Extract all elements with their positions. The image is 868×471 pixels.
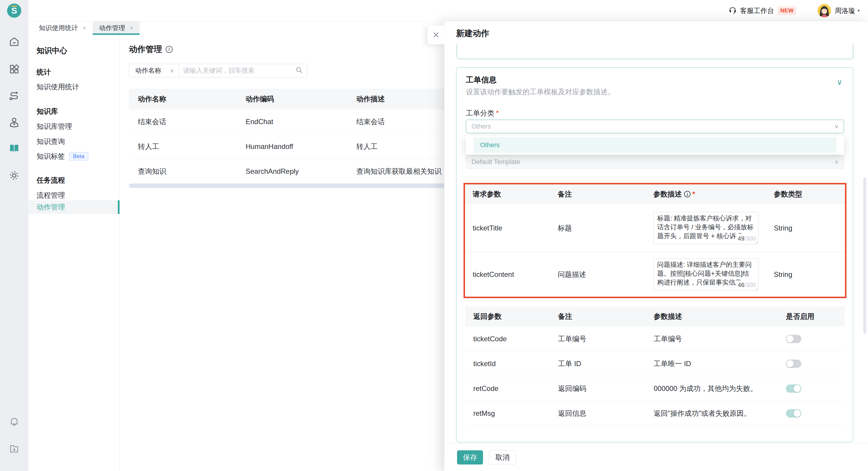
workspace-link[interactable]: 客服工作台 (740, 6, 774, 16)
beta-badge: Beta (69, 152, 88, 160)
header-text: 参数描述 (653, 189, 682, 199)
col-header-action-name: 动作名称 (129, 94, 246, 104)
caret-down-icon[interactable]: ▾ (857, 8, 860, 13)
toggle-knob (794, 410, 801, 417)
tab-close-icon[interactable]: × (83, 25, 86, 32)
sidebar-item-label: 动作管理 (37, 202, 65, 212)
tab-close-icon[interactable]: × (130, 25, 133, 32)
param-desc: 工单编号 (654, 334, 786, 344)
col-header-param-desc: 参数描述i* (653, 189, 774, 199)
enable-toggle[interactable] (786, 360, 801, 368)
new-action-drawer: 新建动作 工单信息 ∨ 设置该动作要触发的工单模板及对应参数描述。 工单分类* … (444, 21, 868, 471)
label-text: 工单分类 (466, 109, 494, 117)
return-param-row: retMsg 返回信息 返回"操作成功"或者失败原因。 (465, 401, 845, 426)
sidebar-item-action-management[interactable]: 动作管理 (28, 200, 120, 214)
return-table-header: 返回参数 备注 参数描述 是否启用 (465, 306, 845, 326)
cell-action-code: HumanHandoff (246, 142, 356, 151)
cell-action-desc: 结束会话 (356, 117, 454, 126)
param-name: ticketContent (465, 270, 558, 278)
col-header-param-type: 参数类型 (774, 189, 845, 199)
chevron-down-icon: ∨ (835, 123, 838, 130)
enable-toggle[interactable] (786, 384, 801, 393)
avatar[interactable] (817, 4, 831, 18)
col-header-action-desc: 动作描述 (356, 94, 454, 104)
tab-action-management[interactable]: 动作管理 × (93, 21, 140, 35)
required-asterisk: * (496, 109, 499, 117)
template-select[interactable]: Default Template ∨ (466, 155, 844, 169)
select-value: Others (471, 123, 491, 130)
col-header-param-desc: 参数描述 (654, 312, 786, 321)
ticket-category-select[interactable]: Others ∨ (466, 120, 844, 133)
agent-icon[interactable] (8, 116, 20, 128)
home-icon[interactable] (8, 36, 20, 48)
cell-action-name: 查询知识 (129, 167, 246, 176)
param-name: ticketTitle (465, 224, 558, 232)
new-badge: NEW (778, 6, 797, 15)
info-icon[interactable]: i (166, 46, 173, 53)
required-asterisk: * (692, 190, 695, 198)
param-desc: 工单唯一 ID (654, 359, 786, 369)
horizontal-scrollbar[interactable] (129, 183, 444, 188)
settings-gear-icon[interactable] (8, 170, 20, 181)
sidebar-item-knowledge-usage-stats[interactable]: 知识使用统计 (37, 82, 79, 92)
apps-icon[interactable] (8, 63, 20, 75)
param-desc-textarea[interactable]: 标题: 精准提炼客户核心诉求，对话含订单号 / 业务编号，必须放标题开头，后跟冒… (653, 212, 758, 244)
info-icon[interactable]: i (684, 191, 690, 197)
sidebar-item-kb-management[interactable]: 知识库管理 (37, 122, 72, 131)
table-row[interactable]: 结束会话 EndChat 结束会话 (129, 109, 454, 134)
drawer-scrollbar[interactable] (863, 177, 866, 334)
download-folder-icon[interactable] (8, 443, 20, 455)
param-desc: 返回"操作成功"或者失败原因。 (654, 409, 786, 418)
return-params-table: 返回参数 备注 参数描述 是否启用 ticketCode 工单编号 工单编号 t… (465, 306, 845, 426)
cancel-button[interactable]: 取消 (489, 450, 516, 465)
col-header-remark: 备注 (558, 312, 654, 321)
toggle-knob (794, 385, 801, 392)
param-type: String (774, 270, 845, 278)
request-param-row: ticketTitle 标题 标题: 精准提炼客户核心诉求，对话含订单号 / 业… (465, 204, 845, 252)
filter-field-value: 动作名称 (135, 66, 170, 75)
param-remark: 工单编号 (558, 334, 654, 344)
collapse-chevron-icon[interactable]: ∨ (837, 78, 842, 87)
drawer-footer: 保存 取消 (444, 443, 868, 471)
action-management-page: 动作管理 i 动作名称 ∨ 动作名称 动作编码 动作描述 结束会话 EndCha… (120, 35, 444, 471)
enable-toggle[interactable] (786, 409, 801, 417)
param-name: retCode (465, 384, 558, 393)
col-header-action-code: 动作编码 (246, 94, 356, 104)
sidebar-item-knowledge-query[interactable]: 知识查询 (37, 137, 65, 146)
sidebar-section-task-flow: 任务流程 (37, 176, 65, 185)
toggle-knob (786, 360, 794, 367)
filter-field-select[interactable]: 动作名称 ∨ (129, 64, 179, 77)
return-param-row: ticketId 工单 ID 工单唯一 ID (465, 351, 845, 376)
toggle-knob (786, 335, 794, 343)
request-param-row: ticketContent 问题描述 问题描述: 详细描述客户的主要问题。按照[… (465, 252, 845, 297)
search-icon[interactable] (295, 66, 303, 75)
cell-action-desc: 转人工 (356, 142, 454, 151)
cell-action-name: 结束会话 (129, 117, 246, 126)
knowledge-center-sidebar: 知识中心 统计 知识使用统计 知识库 知识库管理 知识查询 知识标签 Beta … (28, 35, 120, 471)
tab-knowledge-usage-stats[interactable]: 知识使用统计 × (32, 21, 93, 35)
knowledge-book-icon[interactable] (8, 142, 20, 154)
enable-toggle[interactable] (786, 335, 801, 343)
table-row[interactable]: 转人工 HumanHandoff 转人工 (129, 134, 454, 159)
search-input[interactable] (179, 64, 295, 77)
save-button[interactable]: 保存 (457, 450, 483, 465)
dropdown-option-others[interactable]: Others (473, 138, 836, 153)
category-dropdown-menu: Others (466, 136, 844, 154)
sidebar-section-stats: 统计 (37, 67, 51, 77)
brand-logo[interactable]: S (7, 4, 21, 18)
param-desc-textarea[interactable]: 问题描述: 详细描述客户的主要问题。按照[核心问题+关键信息]结构进行阐述，只保… (653, 258, 758, 291)
notification-bell-icon[interactable] (8, 416, 20, 428)
sidebar-section-knowledge-base: 知识库 (37, 107, 58, 116)
return-param-row: ticketCode 工单编号 工单编号 (465, 326, 845, 351)
top-bar: 客服工作台 NEW 周洛璇 ▾ (28, 0, 868, 21)
ticket-category-label: 工单分类* (466, 109, 499, 118)
drawer-close-button[interactable] (428, 25, 444, 44)
clipped-input[interactable] (457, 44, 853, 59)
table-row[interactable]: 查询知识 SearchAndReply 查询知识库获取最相关知识 (129, 159, 454, 184)
sidebar-item-knowledge-tags[interactable]: 知识标签 Beta (37, 152, 88, 161)
workflow-icon[interactable] (8, 90, 20, 101)
sidebar-item-flow-management[interactable]: 流程管理 (37, 190, 65, 200)
sidebar-item-label: 知识标签 (37, 152, 65, 161)
user-name[interactable]: 周洛璇 (835, 6, 855, 16)
actions-table: 动作名称 动作编码 动作描述 结束会话 EndChat 结束会话 转人工 Hum… (129, 89, 454, 184)
